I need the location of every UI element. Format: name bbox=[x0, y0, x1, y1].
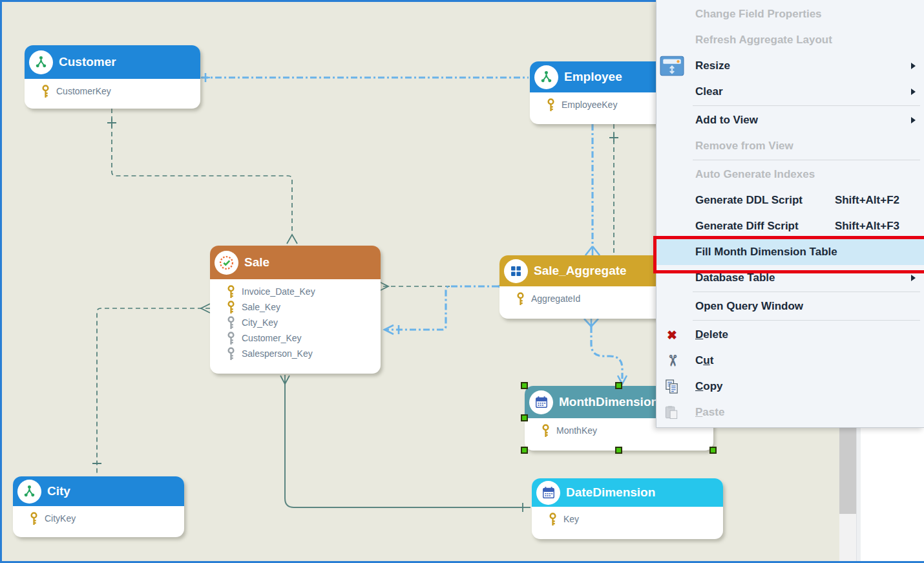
key-gold-icon bbox=[541, 424, 550, 438]
table-title: City bbox=[47, 484, 70, 498]
calendar-icon bbox=[536, 481, 560, 505]
relationship-sale-saleaggregate[interactable] bbox=[379, 282, 452, 291]
selection-handle[interactable] bbox=[615, 382, 622, 389]
relationship-customer-sale[interactable] bbox=[107, 109, 297, 244]
selection-handle[interactable] bbox=[521, 447, 528, 454]
menu-item-refresh-aggregate-layout[interactable]: Refresh Aggregate Layout bbox=[656, 27, 924, 53]
key-gold-icon bbox=[41, 85, 50, 98]
menu-item-open-query-window[interactable]: Open Query Window bbox=[656, 293, 924, 319]
menu-item-change-field-properties[interactable]: Change Field Properties bbox=[656, 1, 924, 27]
copy-icon bbox=[665, 379, 680, 394]
table-header[interactable]: DateDimension bbox=[532, 478, 723, 507]
calendar-icon bbox=[529, 390, 553, 414]
selection-handle[interactable] bbox=[521, 382, 528, 389]
field-row[interactable]: Key bbox=[549, 511, 718, 527]
menu-separator bbox=[693, 292, 920, 292]
fact-icon bbox=[215, 251, 238, 275]
menu-item-fill-month-dimension-table[interactable]: Fill Month Dimension Table bbox=[656, 239, 924, 265]
menu-separator bbox=[693, 320, 920, 321]
table-city[interactable]: City CityKey bbox=[13, 476, 184, 537]
relationship-employee-saleaggregate-blue[interactable] bbox=[585, 124, 600, 255]
field-row[interactable]: City_Key bbox=[227, 315, 375, 330]
selection-handle[interactable] bbox=[521, 414, 528, 421]
menu-item-generate-diff-script[interactable]: Generate Diff Script Shift+Alt+F3 bbox=[656, 213, 924, 239]
dimension-icon bbox=[17, 480, 41, 504]
table-header[interactable]: Sale_Aggregate bbox=[499, 255, 673, 286]
scrollbar-thumb[interactable] bbox=[839, 428, 856, 514]
table-date-dimension[interactable]: DateDimension Key bbox=[532, 478, 723, 539]
menu-item-database-table[interactable]: Database Table bbox=[656, 265, 924, 291]
menu-separator bbox=[693, 160, 920, 160]
table-title: Sale_Aggregate bbox=[534, 264, 627, 278]
table-customer[interactable]: Customer CustomerKey bbox=[25, 45, 200, 109]
menu-item-delete[interactable]: ✖ Delete bbox=[656, 322, 924, 348]
field-name: Customer_Key bbox=[242, 333, 302, 343]
table-sale-aggregate[interactable]: Sale_Aggregate AggregateId bbox=[499, 255, 673, 319]
field-row[interactable]: Customer_Key bbox=[227, 330, 375, 346]
field-row[interactable]: CityKey bbox=[30, 511, 179, 526]
selection-handle[interactable] bbox=[709, 447, 717, 454]
window-border-left bbox=[0, 0, 2, 563]
key-gold-icon bbox=[30, 512, 38, 526]
menu-item-clear[interactable]: Clear bbox=[656, 79, 924, 105]
field-row[interactable]: Salesperson_Key bbox=[227, 346, 375, 361]
relationship-saleaggregate-sale[interactable] bbox=[384, 282, 507, 334]
menu-item-add-to-view[interactable]: Add to View bbox=[656, 107, 924, 133]
table-title: DateDimension bbox=[566, 485, 655, 500]
field-name: CityKey bbox=[45, 513, 76, 524]
key-silver-icon bbox=[227, 316, 235, 330]
table-title: MonthDimension bbox=[559, 395, 658, 409]
field-row[interactable]: Sale_Key bbox=[227, 299, 375, 315]
menu-item-auto-generate-indexes[interactable]: Auto Generate Indexes bbox=[656, 162, 924, 187]
menu-item-remove-from-view[interactable]: Remove from View bbox=[656, 133, 924, 159]
menu-item-cut[interactable]: ✂ Cut bbox=[656, 348, 924, 374]
field-name: CustomerKey bbox=[56, 86, 111, 96]
field-row[interactable]: CustomerKey bbox=[41, 83, 195, 99]
field-name: AggregateId bbox=[531, 293, 580, 304]
relationship-customer-employee[interactable] bbox=[201, 73, 529, 82]
panel-divider bbox=[856, 427, 861, 563]
delete-icon: ✖ bbox=[667, 329, 677, 341]
submenu-arrow-icon bbox=[911, 117, 916, 123]
resize-icon bbox=[660, 54, 684, 78]
context-menu: Change Field Properties Refresh Aggregat… bbox=[656, 0, 924, 428]
submenu-arrow-icon bbox=[911, 63, 916, 69]
key-gold-icon bbox=[227, 285, 235, 299]
field-name: Salesperson_Key bbox=[242, 348, 313, 359]
field-name: Sale_Key bbox=[242, 302, 280, 312]
scissors-icon: ✂ bbox=[666, 354, 678, 368]
submenu-arrow-icon bbox=[911, 275, 916, 281]
key-silver-icon bbox=[227, 347, 235, 361]
table-header[interactable]: Sale bbox=[210, 246, 381, 279]
table-header[interactable]: Customer bbox=[25, 45, 200, 79]
table-sale[interactable]: Sale Invoice_Date_Key Sale_Key City_Key … bbox=[210, 246, 381, 374]
relationship-saleaggregate-monthdimension[interactable] bbox=[584, 319, 627, 384]
key-gold-icon bbox=[547, 98, 555, 112]
table-header[interactable]: City bbox=[13, 476, 184, 506]
dimension-icon bbox=[29, 50, 53, 74]
field-row[interactable]: AggregateId bbox=[516, 291, 667, 306]
menu-item-copy[interactable]: Copy bbox=[656, 374, 924, 399]
field-name: EmployeeKey bbox=[562, 100, 617, 110]
menu-item-resize[interactable]: Resize bbox=[656, 53, 924, 79]
shortcut-label: Shift+Alt+F2 bbox=[835, 194, 899, 207]
menu-separator bbox=[693, 105, 920, 106]
menu-item-paste[interactable]: Paste bbox=[656, 399, 924, 425]
selection-handle[interactable] bbox=[615, 447, 622, 454]
field-name: Invoice_Date_Key bbox=[242, 286, 315, 297]
menu-item-generate-ddl-script[interactable]: Generate DDL Script Shift+Alt+F2 bbox=[656, 187, 924, 213]
key-silver-icon bbox=[227, 332, 235, 345]
key-gold-icon bbox=[549, 513, 557, 526]
field-name: Key bbox=[563, 514, 579, 524]
field-name: City_Key bbox=[242, 317, 278, 328]
field-row[interactable]: Invoice_Date_Key bbox=[227, 284, 375, 299]
relationship-employee-saleaggregate-teal[interactable] bbox=[609, 124, 618, 255]
relationship-sale-datedimension[interactable] bbox=[280, 375, 530, 512]
key-gold-icon bbox=[227, 301, 235, 314]
shortcut-label: Shift+Alt+F3 bbox=[835, 220, 899, 233]
table-title: Customer bbox=[59, 55, 116, 69]
relationship-sale-city[interactable] bbox=[92, 304, 210, 475]
aggregate-icon bbox=[504, 259, 528, 283]
dimension-icon bbox=[534, 65, 558, 89]
table-title: Employee bbox=[564, 70, 622, 84]
